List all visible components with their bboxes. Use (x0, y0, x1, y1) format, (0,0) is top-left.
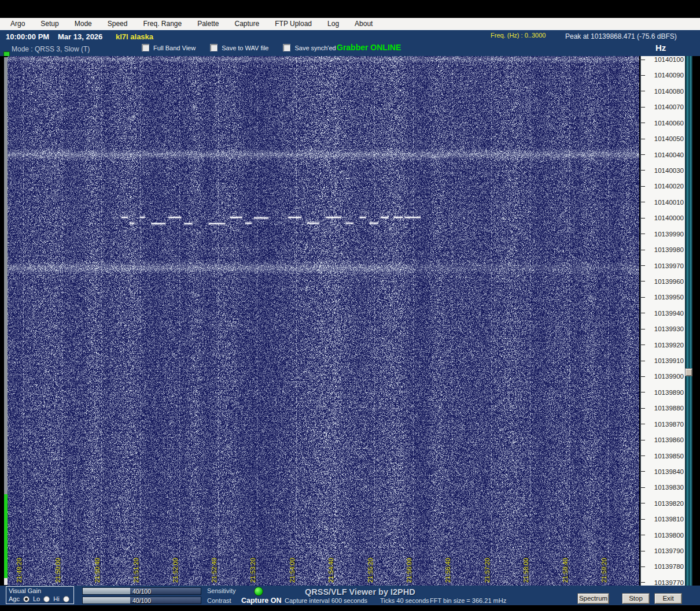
freq-tick-mark (641, 297, 645, 298)
freq-scale-row: 10139930 (641, 325, 686, 333)
waterfall-area: 21:49:2021:50:0021:50:4021:51:2021:52:00… (0, 56, 700, 586)
time-label: 21:59:20 (600, 558, 607, 583)
freq-scale-row: 10139950 (641, 294, 686, 301)
freq-scale-row: 10139920 (641, 341, 686, 349)
stop-button[interactable]: Stop (622, 593, 650, 604)
freq-label: 10140000 (646, 214, 686, 221)
checkbox-save-synch-ed[interactable]: Save synch'ed (283, 44, 336, 51)
freq-scale-row: 10139890 (641, 388, 686, 396)
freq-tick-mark (641, 202, 645, 202)
sensitivity-slider[interactable]: 40/100 (82, 587, 201, 595)
time-label: 21:51:20 (132, 558, 139, 583)
freq-label: 10140100 (646, 56, 686, 63)
menu-item-about[interactable]: About (355, 20, 373, 28)
contrast-slider[interactable]: 40/100 (82, 597, 201, 604)
freq-label: 10139860 (646, 436, 686, 443)
checkbox-label: Full Band View (153, 45, 196, 51)
freq-label: 10140050 (646, 135, 686, 142)
menu-item-ftp-upload[interactable]: FTP Upload (275, 20, 312, 28)
freq-label: 10140020 (646, 183, 686, 190)
freq-scale-row: 10140000 (641, 214, 686, 222)
checkbox-label: Save to WAV file (222, 45, 268, 51)
freq-scale-row: 10140100 (641, 56, 686, 64)
freq-scale-row: 10140020 (641, 183, 686, 190)
checkbox-box-icon[interactable] (142, 44, 149, 51)
menu-item-log[interactable]: Log (327, 20, 339, 28)
checkbox-box-icon[interactable] (210, 44, 218, 51)
freq-tick-mark (641, 566, 645, 567)
freq-scale-row: 10139820 (641, 499, 686, 507)
freq-tick-mark (641, 424, 645, 424)
checkbox-box-icon[interactable] (283, 44, 290, 51)
menu-item-palette[interactable]: Palette (197, 20, 219, 28)
waterfall-display[interactable] (8, 56, 639, 586)
time-label: 21:49:20 (16, 558, 23, 583)
menu-item-capture[interactable]: Capture (235, 20, 260, 28)
checkbox-group: Full Band ViewSave to WAV fileSave synch… (142, 44, 336, 51)
contrast-label: Contrast (207, 597, 231, 604)
checkbox-full-band-view[interactable]: Full Band View (142, 44, 196, 51)
freq-label: 10139880 (646, 405, 686, 412)
freq-tick-mark (641, 361, 645, 361)
freq-tick-mark (641, 186, 645, 187)
radio-lo[interactable] (43, 596, 50, 602)
freq-label: 10139790 (646, 547, 686, 554)
freq-tick-mark (641, 154, 645, 155)
spectrum-button[interactable]: Spectrum (577, 593, 609, 604)
hz-unit-label: Hz (655, 43, 666, 53)
time-label: 21:56:00 (406, 558, 412, 583)
time-label: 21:50:00 (54, 558, 61, 583)
time-label: 21:55:20 (367, 558, 374, 583)
menu-item-argo[interactable]: Argo (10, 20, 25, 28)
menu-item-setup[interactable]: Setup (40, 20, 58, 28)
freq-tick-mark (641, 582, 645, 583)
freq-scale-row: 10139790 (641, 547, 686, 555)
visual-gain-group: Visual Gain AgcLoHi (6, 586, 74, 604)
freq-label: 10139920 (646, 342, 686, 349)
freq-tick-mark (641, 265, 645, 266)
freq-tick-mark (641, 281, 645, 282)
checkbox-save-to-wav-file[interactable]: Save to WAV file (210, 44, 268, 51)
radio-agc[interactable] (23, 596, 30, 602)
argo-window: ArgoSetupModeSpeedFreq. RangePaletteCapt… (0, 0, 700, 611)
freq-tick-mark (641, 91, 645, 91)
clock-date: Mar 13, 2026 (58, 32, 102, 41)
freq-scale-row: 10139880 (641, 405, 686, 412)
exit-button[interactable]: Exit (654, 593, 682, 604)
freq-label: 10139910 (646, 357, 686, 364)
time-label: 21:58:40 (562, 558, 569, 583)
radio-hi[interactable] (63, 596, 69, 602)
grabber-status: Grabber ONLINE (337, 43, 401, 52)
freq-label: 10139960 (646, 278, 686, 285)
radio-label-hi: Hi (53, 595, 59, 602)
freq-tick-mark (641, 329, 645, 329)
header-bar: 10:00:00 PM Mar 13, 2026 kl7l alaska Fre… (0, 30, 700, 56)
freq-scale-row: 10140060 (641, 119, 686, 127)
radio-label-agc: Agc (9, 595, 20, 602)
scrollbar-thumb[interactable] (685, 368, 692, 376)
freq-tick-mark (641, 313, 645, 313)
menu-item-mode[interactable]: Mode (75, 20, 92, 28)
freq-scale-row: 10139900 (641, 373, 686, 380)
freq-label: 10140030 (646, 167, 686, 174)
capture-led-icon (254, 587, 263, 596)
time-label: 21:56:40 (444, 558, 451, 583)
menu-item-speed[interactable]: Speed (108, 20, 128, 28)
freq-label: 10139930 (646, 325, 686, 332)
checkbox-label: Save synch'ed (294, 45, 336, 51)
freq-tick-mark (641, 535, 645, 535)
menu-item-freq-range[interactable]: Freq. Range (143, 20, 182, 28)
station-callsign: kl7l alaska (116, 32, 153, 41)
time-label: 21:54:40 (327, 558, 334, 583)
freq-tick-mark (641, 218, 645, 219)
sensitivity-label: Sensitivity (207, 587, 236, 594)
time-label: 21:58:00 (522, 558, 529, 583)
freq-tick-mark (641, 456, 645, 456)
time-label: 21:57:20 (484, 558, 491, 583)
mode-readout: Mode : QRSS 3, Slow (T) (12, 45, 90, 53)
freq-tick-mark (641, 376, 645, 377)
freq-label: 10140040 (646, 151, 686, 158)
freq-scale-row: 10139960 (641, 277, 686, 285)
frequency-scrollbar[interactable] (685, 56, 692, 586)
freq-label: 10140080 (646, 88, 686, 95)
